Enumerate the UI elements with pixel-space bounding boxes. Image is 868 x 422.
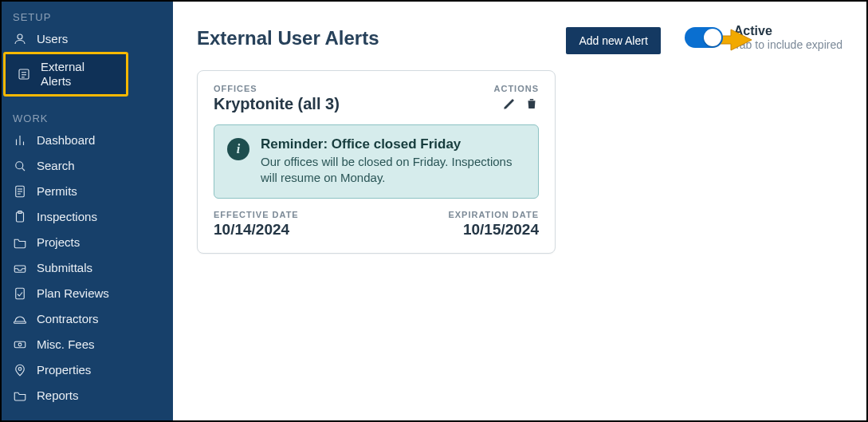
- tutorial-highlight: External Alerts: [3, 52, 128, 97]
- sidebar-item-inspections[interactable]: Inspections: [2, 204, 173, 230]
- search-icon: [13, 159, 27, 173]
- active-toggle-title: Active: [734, 24, 842, 38]
- document-check-icon: [13, 286, 27, 301]
- page-title: External User Alerts: [197, 22, 379, 49]
- sidebar-item-label: Users: [37, 32, 162, 46]
- sidebar-item-label: Search: [37, 159, 162, 173]
- active-toggle-subtitle: Tab to include expired: [734, 38, 842, 51]
- svg-rect-17: [16, 288, 25, 299]
- edit-icon[interactable]: [502, 97, 516, 111]
- folder-open-icon: [13, 388, 27, 403]
- sidebar: SETUP Users External Alerts WORK Dashboa…: [2, 2, 173, 420]
- hardhat-icon: [13, 312, 27, 326]
- sidebar-item-permits[interactable]: Permits: [2, 179, 173, 204]
- sidebar-item-external-alerts[interactable]: External Alerts: [6, 54, 126, 94]
- pin-icon: [13, 363, 27, 377]
- expiration-date-label: EXPIRATION DATE: [448, 210, 539, 219]
- bar-chart-icon: [13, 133, 27, 148]
- svg-line-9: [22, 168, 25, 171]
- sidebar-item-submittals[interactable]: Submittals: [2, 255, 173, 281]
- inbox-icon: [13, 261, 27, 275]
- sidebar-item-label: Reports: [37, 388, 162, 403]
- expiration-date-value: 10/15/2024: [448, 221, 539, 239]
- sidebar-item-label: Contractors: [37, 312, 162, 326]
- sidebar-item-properties[interactable]: Properties: [2, 357, 173, 383]
- folder-icon: [13, 235, 27, 250]
- svg-point-8: [16, 162, 23, 169]
- offices-value: Kryptonite (all 3): [214, 95, 340, 113]
- svg-point-0: [18, 34, 22, 39]
- svg-rect-19: [14, 341, 26, 348]
- sidebar-item-dashboard[interactable]: Dashboard: [2, 128, 173, 153]
- sidebar-item-label: Permits: [37, 184, 162, 199]
- alert-banner: i Reminder: Office closed Friday Our off…: [214, 124, 539, 199]
- svg-point-21: [18, 368, 22, 371]
- document-icon: [13, 184, 27, 199]
- add-new-alert-button[interactable]: Add new Alert: [566, 27, 660, 54]
- sidebar-item-label: Plan Reviews: [37, 286, 162, 301]
- topbar: External User Alerts Add new Alert Activ…: [197, 22, 842, 70]
- sidebar-item-label: Dashboard: [37, 133, 162, 148]
- sidebar-item-misc-fees[interactable]: Misc. Fees: [2, 332, 173, 357]
- sidebar-section-work: WORK: [2, 108, 173, 128]
- svg-point-20: [18, 343, 22, 346]
- sidebar-item-contractors[interactable]: Contractors: [2, 306, 173, 332]
- sidebar-item-label: External Alerts: [41, 60, 115, 89]
- sidebar-item-plan-reviews[interactable]: Plan Reviews: [2, 281, 173, 306]
- info-icon: i: [227, 138, 249, 160]
- sidebar-item-label: Properties: [37, 363, 162, 377]
- clipboard-icon: [13, 210, 27, 224]
- effective-date-value: 10/14/2024: [214, 221, 299, 239]
- sidebar-item-label: Misc. Fees: [37, 337, 162, 352]
- sidebar-item-label: Submittals: [37, 261, 162, 275]
- effective-date-label: EFFECTIVE DATE: [214, 210, 299, 219]
- alert-body: Our offices will be closed on Friday. In…: [261, 154, 525, 187]
- offices-label: OFFICES: [214, 84, 340, 93]
- active-toggle[interactable]: [685, 27, 723, 48]
- actions-label: ACTIONS: [494, 84, 540, 93]
- sidebar-item-label: Inspections: [37, 210, 162, 224]
- delete-icon[interactable]: [524, 97, 539, 111]
- sidebar-item-users[interactable]: Users: [2, 26, 173, 52]
- person-icon: [13, 32, 27, 46]
- money-icon: [13, 337, 27, 352]
- sidebar-item-projects[interactable]: Projects: [2, 230, 173, 255]
- sidebar-item-reports[interactable]: Reports: [2, 383, 173, 408]
- sidebar-section-setup: SETUP: [2, 6, 173, 26]
- list-icon: [17, 67, 31, 81]
- active-toggle-block: Active Tab to include expired: [685, 24, 842, 51]
- sidebar-item-label: Projects: [37, 235, 162, 250]
- alert-card: OFFICES Kryptonite (all 3) ACTIONS i Rem…: [197, 70, 556, 254]
- sidebar-item-search[interactable]: Search: [2, 153, 173, 179]
- alert-title: Reminder: Office closed Friday: [261, 136, 525, 152]
- svg-rect-18: [14, 321, 26, 323]
- main-content: External User Alerts Add new Alert Activ…: [173, 2, 866, 420]
